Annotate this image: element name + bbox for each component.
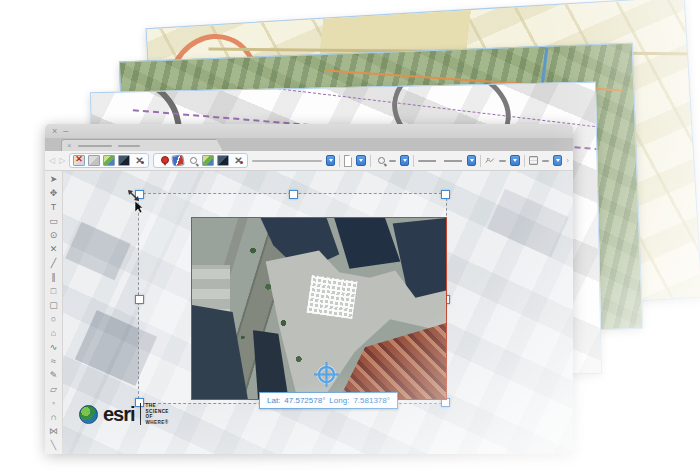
- toolbar-separator: [339, 155, 340, 167]
- lat-label: Lat:: [267, 395, 280, 407]
- point-tool-icon[interactable]: ◦: [47, 397, 60, 410]
- esri-globe-icon: [79, 405, 98, 424]
- toolbar-separator: [370, 155, 371, 167]
- range-dropdown-button[interactable]: [467, 155, 476, 166]
- sketch-line-icon[interactable]: [485, 157, 495, 165]
- imagery-basemap-icon[interactable]: [118, 155, 130, 166]
- clip-tool-icon[interactable]: [232, 155, 244, 166]
- document-tabbar: ×: [45, 138, 573, 151]
- main-toolbar: ◁ ▷: [45, 151, 573, 171]
- width-dropdown-button[interactable]: [510, 155, 519, 166]
- document-tab[interactable]: ×: [61, 139, 223, 151]
- place-pin-icon[interactable]: [157, 155, 169, 166]
- toolbar-separator: [413, 155, 414, 167]
- esri-tagline-line: WHERE®: [146, 420, 169, 426]
- imagery-basemap-icon[interactable]: [217, 155, 229, 166]
- pushpin-tool-icon[interactable]: ⊙: [47, 229, 60, 242]
- page-dropdown-button[interactable]: [356, 155, 365, 166]
- coordinate-tooltip: Lat: 47.572578° Long: 7.581378°: [259, 392, 398, 409]
- colored-basemap-icon[interactable]: [103, 155, 115, 166]
- delete-tool-icon[interactable]: ✕: [47, 243, 60, 256]
- opacity-dropdown-button[interactable]: [326, 155, 335, 166]
- esri-logo: esri THESCIENCEOFWHERE®: [79, 403, 169, 425]
- remove-layer-map-icon[interactable]: [73, 155, 85, 166]
- swipe-tool-icon[interactable]: [172, 154, 185, 167]
- selection-handle-top-right[interactable]: [441, 190, 450, 199]
- forward-arrow-icon[interactable]: ▷: [59, 157, 65, 165]
- width-value-placeholder: [499, 160, 506, 162]
- new-page-icon[interactable]: [344, 155, 352, 167]
- map-editor-window: × – × ◁ ▷: [45, 124, 573, 454]
- back-arrow-icon[interactable]: ◁: [49, 157, 55, 165]
- opacity-slider[interactable]: [252, 160, 321, 162]
- map-canvas[interactable]: Lat: 47.572578° Long: 7.581378° esri: [63, 171, 573, 454]
- scale-dropdown-button[interactable]: [400, 155, 409, 166]
- disabled-map-icon[interactable]: [88, 155, 100, 166]
- selection-handle-top-middle[interactable]: [289, 190, 298, 199]
- tool-palette: ➤✥T▭⊙✕╱∥□▢○⌂∿≈✎▱◦∩⋈╲: [45, 171, 63, 454]
- resize-cursor-icon: [127, 189, 147, 213]
- esri-tagline: THESCIENCEOFWHERE®: [146, 403, 169, 425]
- select-arrow-icon[interactable]: ➤: [47, 173, 60, 186]
- line-tool-icon[interactable]: ╱: [47, 257, 60, 270]
- lat-value: 47.572578°: [284, 395, 325, 407]
- strike-tool-icon[interactable]: ╲: [47, 439, 60, 452]
- toolbar-separator: [480, 155, 481, 167]
- join-tool-icon[interactable]: ⋈: [47, 425, 60, 438]
- toolbar-group-tools: [153, 153, 248, 168]
- esri-brand-text: esri: [103, 405, 135, 423]
- selection-handle-middle-left[interactable]: [135, 295, 144, 304]
- tab-title-placeholder: [78, 145, 112, 147]
- polygon-tool-icon[interactable]: ⌂: [47, 327, 60, 340]
- window-close-button[interactable]: ×: [52, 127, 57, 136]
- esri-logo-separator: [140, 403, 141, 425]
- colored-basemap-icon[interactable]: [202, 155, 214, 166]
- scale-value-placeholder: [389, 160, 396, 162]
- callout-tool-icon[interactable]: ▭: [47, 215, 60, 228]
- curve-tool-icon[interactable]: ∿: [47, 341, 60, 354]
- visibility-value-placeholder: [542, 160, 549, 162]
- magnifier-icon[interactable]: [187, 155, 199, 166]
- text-tool-icon[interactable]: T: [47, 201, 60, 214]
- long-label: Long:: [329, 395, 349, 407]
- parallel-lines-tool-icon[interactable]: ∥: [47, 271, 60, 284]
- range-slider[interactable]: [418, 160, 463, 162]
- layers-icon[interactable]: [529, 156, 538, 165]
- parallelogram-tool-icon[interactable]: ▱: [47, 383, 60, 396]
- arc-tool-icon[interactable]: ∩: [47, 411, 60, 424]
- window-minimize-button[interactable]: –: [63, 127, 68, 136]
- tab-subtitle-placeholder: [118, 145, 140, 147]
- toolbar-overflow-arrow[interactable]: ›: [566, 156, 569, 165]
- visibility-dropdown-button[interactable]: [553, 155, 562, 166]
- window-body: ➤✥T▭⊙✕╱∥□▢○⌂∿≈✎▱◦∩⋈╲: [45, 171, 573, 454]
- tab-close-icon[interactable]: ×: [67, 141, 72, 150]
- freehand-tool-icon[interactable]: ≈: [47, 355, 60, 368]
- stage: × – × ◁ ▷: [0, 0, 700, 473]
- long-value: 7.581378°: [353, 395, 390, 407]
- zoom-icon[interactable]: [375, 155, 385, 166]
- pan-hand-icon[interactable]: ✥: [47, 187, 60, 200]
- rounded-rectangle-tool-icon[interactable]: ▢: [47, 299, 60, 312]
- pencil-tool-icon[interactable]: ✎: [47, 369, 60, 382]
- window-titlebar: × –: [45, 124, 573, 138]
- toolbar-group-layers: [69, 153, 149, 168]
- circle-tool-icon[interactable]: ○: [47, 313, 60, 326]
- rectangle-tool-icon[interactable]: □: [47, 285, 60, 298]
- toolbar-separator: [524, 155, 525, 167]
- clip-tool-icon[interactable]: [133, 155, 145, 166]
- crosshair-target-icon: [313, 361, 340, 388]
